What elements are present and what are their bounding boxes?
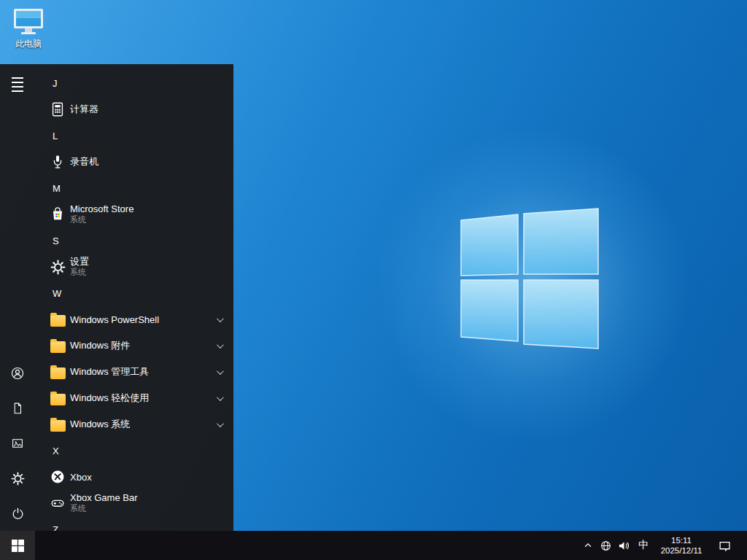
section-letter: S: [53, 236, 59, 246]
start-app-xbox[interactable]: Xbox: [35, 464, 233, 490]
start-folder-windows-ease-of-access[interactable]: Windows 轻松使用: [35, 385, 233, 411]
taskbar-clock[interactable]: 15:11 2025/12/11: [654, 531, 709, 560]
start-menu: J 计算器 L 录音机 M Microsoft Store 系统 S 设置 系统: [0, 64, 233, 531]
chevron-down-icon: [217, 420, 224, 427]
picture-icon: [11, 437, 24, 450]
network-button[interactable]: [597, 531, 614, 560]
power-icon: [11, 507, 25, 521]
start-app-list: J 计算器 L 录音机 M Microsoft Store 系统 S 设置 系统: [35, 64, 233, 531]
start-menu-rail: [0, 64, 35, 531]
hamburger-menu-button[interactable]: [0, 67, 35, 102]
section-header-m[interactable]: M: [35, 175, 233, 201]
this-pc-icon: [12, 7, 44, 36]
folder-icon: [50, 416, 66, 432]
desktop-icon-this-pc[interactable]: 此电脑: [7, 7, 50, 50]
app-label: Windows PowerShell: [70, 314, 159, 325]
chevron-down-icon: [217, 394, 224, 401]
taskbar: 中 15:11 2025/12/11: [0, 531, 747, 560]
section-letter: W: [53, 288, 61, 299]
chevron-down-icon: [217, 341, 224, 349]
tray-chevron-button[interactable]: [579, 531, 597, 560]
app-sublabel: 系统: [70, 268, 89, 277]
app-label: Windows 轻松使用: [70, 392, 149, 405]
action-center-icon: [719, 540, 731, 552]
section-letter: M: [53, 183, 61, 194]
folder-icon: [50, 311, 66, 327]
app-label: Microsoft Store: [70, 204, 133, 214]
start-folder-windows-accessories[interactable]: Windows 附件: [35, 332, 233, 359]
app-label: 设置: [70, 257, 89, 266]
section-letter: L: [53, 131, 58, 141]
gear-icon: [11, 472, 25, 486]
app-label: Windows 管理工具: [70, 365, 149, 378]
action-center-button[interactable]: [709, 531, 740, 560]
document-icon: [11, 402, 24, 415]
app-label: 录音机: [70, 155, 98, 168]
settings-button[interactable]: [0, 461, 35, 496]
section-header-x[interactable]: X: [35, 438, 233, 464]
ime-indicator[interactable]: 中: [633, 531, 654, 560]
section-letter: Z: [53, 524, 58, 532]
windows-logo-icon: [12, 540, 24, 552]
app-sublabel: 系统: [70, 504, 138, 513]
pictures-button[interactable]: [0, 426, 35, 461]
section-letter: X: [53, 446, 59, 456]
windows-wallpaper-logo: [454, 206, 603, 355]
section-header-s[interactable]: S: [35, 228, 233, 254]
account-button[interactable]: [0, 356, 35, 391]
microphone-icon: [50, 154, 66, 170]
start-app-calculator[interactable]: 计算器: [35, 96, 233, 122]
app-label: Xbox Game Bar: [70, 493, 138, 502]
power-button[interactable]: [0, 496, 35, 531]
hamburger-icon: [12, 77, 23, 92]
chevron-down-icon: [217, 368, 224, 375]
folder-icon: [50, 364, 66, 380]
user-icon: [10, 366, 25, 381]
store-icon: [50, 206, 66, 222]
desktop-icon-label: 此电脑: [15, 38, 42, 50]
start-app-settings[interactable]: 设置 系统: [35, 254, 233, 280]
ime-label: 中: [638, 539, 649, 552]
folder-icon: [50, 390, 66, 406]
app-sublabel: 系统: [70, 215, 133, 225]
app-label: Xbox: [70, 472, 92, 483]
section-letter: J: [53, 78, 58, 89]
gamebar-icon: [50, 495, 66, 511]
section-header-l[interactable]: L: [35, 122, 233, 149]
section-header-w[interactable]: W: [35, 280, 233, 306]
section-header-j[interactable]: J: [35, 70, 233, 96]
chevron-up-icon: [583, 540, 593, 551]
documents-button[interactable]: [0, 391, 35, 426]
xbox-icon: [50, 469, 66, 485]
folder-icon: [50, 338, 66, 354]
network-globe-icon: [600, 540, 611, 551]
section-header-z[interactable]: Z: [35, 516, 233, 531]
clock-date: 2025/12/11: [661, 545, 703, 556]
system-tray: 中 15:11 2025/12/11: [579, 531, 747, 560]
start-folder-windows-admin-tools[interactable]: Windows 管理工具: [35, 359, 233, 385]
chevron-down-icon: [217, 315, 224, 322]
app-label: Windows 附件: [70, 339, 130, 352]
start-folder-windows-system[interactable]: Windows 系统: [35, 411, 233, 438]
app-label: 计算器: [70, 103, 98, 116]
calculator-icon: [50, 101, 66, 117]
start-folder-windows-powershell[interactable]: Windows PowerShell: [35, 306, 233, 332]
start-app-xbox-game-bar[interactable]: Xbox Game Bar 系统: [35, 490, 233, 516]
volume-button[interactable]: [614, 531, 633, 560]
app-label: Windows 系统: [70, 418, 130, 431]
volume-icon: [618, 540, 630, 551]
start-app-microsoft-store[interactable]: Microsoft Store 系统: [35, 201, 233, 228]
clock-time: 15:11: [671, 535, 692, 545]
start-button[interactable]: [0, 531, 35, 560]
start-app-voice-recorder[interactable]: 录音机: [35, 149, 233, 175]
gear-icon: [50, 259, 66, 275]
